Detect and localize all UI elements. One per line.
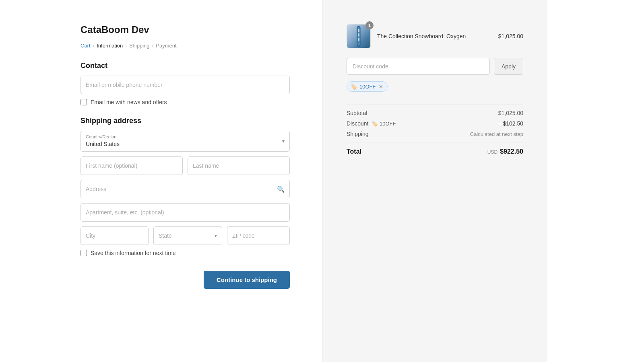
- snowboard-graphic: [349, 25, 369, 47]
- shipping-address-title: Shipping address: [80, 117, 290, 125]
- discount-row-summary: Discount 🏷️ 10OFF – $102.50: [347, 120, 523, 127]
- country-label: Country/Region: [81, 131, 289, 139]
- save-info-row: Save this information for next time: [80, 250, 290, 256]
- breadcrumb-information: Information: [97, 43, 123, 49]
- total-value: $922.50: [500, 148, 523, 155]
- newsletter-row: Email me with news and offers: [80, 99, 290, 105]
- shipping-label: Shipping: [347, 131, 369, 137]
- discount-code-input[interactable]: [347, 58, 490, 75]
- state-wrapper: State Alabama Alaska Arizona California …: [153, 226, 222, 245]
- name-row: [80, 156, 290, 175]
- breadcrumb-shipping: Shipping: [129, 43, 150, 49]
- brand-title: CataBoom Dev: [80, 24, 290, 35]
- breadcrumb-payment: Payment: [156, 43, 176, 49]
- discount-value: – $102.50: [498, 120, 523, 127]
- city-state-zip-row: State Alabama Alaska Arizona California …: [80, 226, 290, 245]
- tag-icon: 🏷️: [350, 83, 357, 90]
- discount-label: Discount 🏷️ 10OFF: [347, 120, 396, 127]
- divider-1: [347, 105, 523, 105]
- email-input[interactable]: [80, 76, 290, 94]
- save-info-label: Save this information for next time: [91, 250, 176, 256]
- subtotal-label: Subtotal: [347, 110, 367, 116]
- svg-rect-2: [358, 29, 359, 32]
- country-select[interactable]: United States Canada United Kingdom: [81, 139, 289, 151]
- sep-3: ›: [152, 43, 154, 48]
- sep-1: ›: [93, 43, 95, 48]
- product-badge: 1: [365, 21, 374, 29]
- state-select[interactable]: State Alabama Alaska Arizona California …: [154, 227, 222, 245]
- apply-button[interactable]: Apply: [494, 58, 523, 75]
- continue-button[interactable]: Continue to shipping: [204, 271, 290, 289]
- discount-inline-tag: 🏷️ 10OFF: [370, 121, 396, 127]
- contact-title: Contact: [80, 62, 290, 70]
- product-price: $1,025.00: [498, 33, 523, 39]
- address-wrapper: 🔍: [80, 180, 290, 198]
- total-label: Total: [347, 148, 361, 155]
- right-panel: 1 The Collection Snowboard: Oxygen $1,02…: [322, 0, 547, 362]
- shipping-value: Calculated at next step: [470, 131, 523, 137]
- svg-rect-3: [358, 33, 359, 36]
- discount-row: Apply: [347, 58, 523, 75]
- total-currency: USD: [487, 149, 497, 155]
- product-image-wrapper: 1: [347, 24, 371, 48]
- applied-discount-tag[interactable]: 🏷️ 10OFF ✕: [347, 81, 388, 92]
- country-wrapper: Country/Region United States Canada Unit…: [80, 131, 290, 152]
- sep-2: ›: [125, 43, 127, 48]
- left-panel: CataBoom Dev Cart › Information › Shippi…: [0, 0, 322, 362]
- divider-2: [347, 142, 523, 142]
- breadcrumb-cart[interactable]: Cart: [80, 43, 91, 49]
- svg-rect-4: [358, 38, 359, 41]
- save-info-checkbox[interactable]: [80, 250, 87, 256]
- total-row: Total USD $922.50: [347, 148, 523, 155]
- remove-discount-icon[interactable]: ✕: [379, 84, 383, 90]
- subtotal-value: $1,025.00: [498, 110, 523, 116]
- subtotal-row: Subtotal $1,025.00: [347, 110, 523, 116]
- address-input[interactable]: [80, 180, 290, 198]
- newsletter-checkbox[interactable]: [80, 99, 87, 105]
- contact-section: Contact Email me with news and offers: [80, 62, 290, 105]
- newsletter-label: Email me with news and offers: [91, 99, 167, 105]
- first-name-input[interactable]: [80, 156, 183, 175]
- product-name: The Collection Snowboard: Oxygen: [377, 33, 492, 39]
- zip-input[interactable]: [227, 226, 290, 245]
- shipping-address-section: Shipping address Country/Region United S…: [80, 117, 290, 289]
- applied-code-label: 10OFF: [359, 84, 376, 90]
- shipping-row: Shipping Calculated at next step: [347, 131, 523, 137]
- breadcrumb: Cart › Information › Shipping › Payment: [80, 43, 290, 49]
- last-name-input[interactable]: [188, 156, 290, 175]
- order-item: 1 The Collection Snowboard: Oxygen $1,02…: [347, 24, 523, 48]
- total-right: USD $922.50: [487, 148, 523, 155]
- apt-input[interactable]: [80, 203, 290, 222]
- city-input[interactable]: [80, 226, 149, 245]
